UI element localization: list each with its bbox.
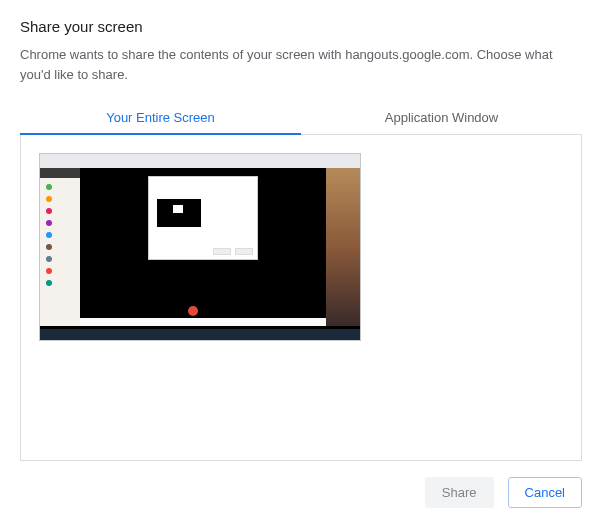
hangup-icon — [188, 306, 198, 316]
thumb-wallpaper — [326, 168, 360, 326]
tabs: Your Entire Screen Application Window — [20, 100, 582, 135]
tab-entire-screen[interactable]: Your Entire Screen — [20, 100, 301, 134]
dialog-title: Share your screen — [20, 18, 582, 35]
screen-thumbnail[interactable] — [39, 153, 361, 341]
thumb-nested-dialog — [148, 176, 258, 260]
share-button[interactable]: Share — [425, 477, 494, 508]
thumb-browser-chrome — [40, 154, 360, 168]
tab-application-window[interactable]: Application Window — [301, 100, 582, 134]
cancel-button[interactable]: Cancel — [508, 477, 582, 508]
thumb-taskbar — [40, 329, 360, 340]
footer: Share Cancel — [20, 477, 582, 508]
content-panel — [20, 135, 582, 461]
dialog-subtitle: Chrome wants to share the contents of yo… — [20, 45, 582, 84]
